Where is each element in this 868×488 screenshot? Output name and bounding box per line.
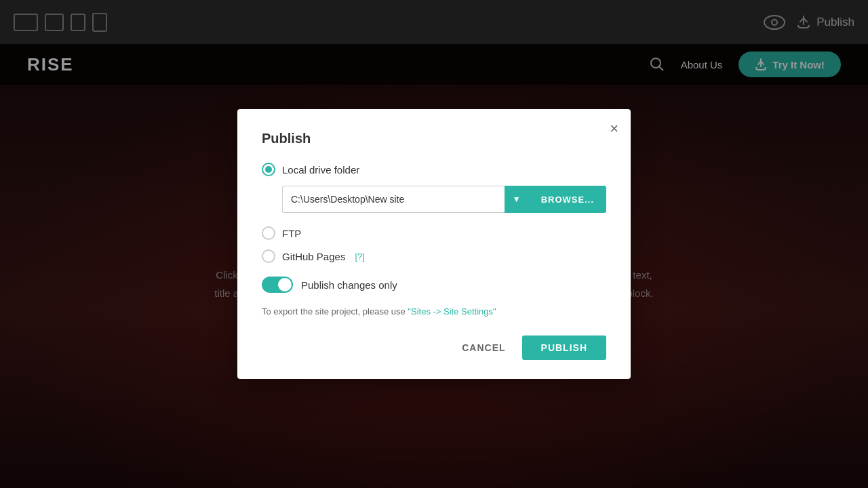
export-note-prefix: To export the site project, please use bbox=[262, 306, 408, 317]
export-note: To export the site project, please use "… bbox=[262, 306, 606, 317]
export-settings-link[interactable]: "Sites -> Site Settings" bbox=[408, 306, 496, 317]
radio-local-drive[interactable] bbox=[262, 163, 275, 176]
modal-title: Publish bbox=[262, 131, 606, 146]
option-ftp-label: FTP bbox=[282, 228, 301, 239]
option-local-label: Local drive folder bbox=[282, 164, 359, 176]
radio-ftp[interactable] bbox=[262, 226, 275, 240]
publish-modal: Publish × Local drive folder ▼ BROWSE...… bbox=[237, 109, 631, 379]
publish-changes-toggle-row: Publish changes only bbox=[262, 277, 606, 293]
dropdown-arrow: ▼ bbox=[513, 195, 521, 204]
toggle-knob bbox=[278, 278, 292, 291]
radio-github[interactable] bbox=[262, 249, 275, 263]
file-dropdown-button[interactable]: ▼ bbox=[505, 186, 529, 213]
publish-action-button[interactable]: PUBLISH bbox=[522, 336, 606, 360]
publish-changes-label: Publish changes only bbox=[301, 279, 397, 291]
modal-actions: CANCEL PUBLISH bbox=[262, 336, 606, 360]
publish-changes-toggle[interactable] bbox=[262, 277, 293, 293]
option-ftp[interactable]: FTP bbox=[262, 226, 606, 240]
modal-close-button[interactable]: × bbox=[610, 121, 618, 136]
cancel-button[interactable]: CANCEL bbox=[454, 336, 513, 360]
modal-overlay: Publish × Local drive folder ▼ BROWSE...… bbox=[0, 0, 868, 488]
file-path-input[interactable] bbox=[282, 186, 505, 213]
file-input-row: ▼ BROWSE... bbox=[282, 186, 606, 213]
browse-button[interactable]: BROWSE... bbox=[529, 186, 606, 213]
option-github-label: GitHub Pages bbox=[282, 251, 345, 262]
option-github[interactable]: GitHub Pages [?] bbox=[262, 249, 606, 263]
github-help-link[interactable]: [?] bbox=[355, 251, 364, 262]
option-local-drive[interactable]: Local drive folder bbox=[262, 163, 606, 176]
